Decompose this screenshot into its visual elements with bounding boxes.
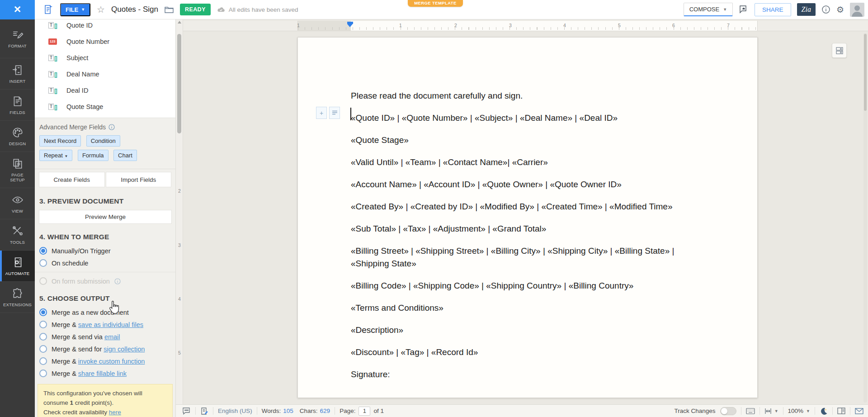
output-option-sign-collection[interactable]: Merge & send for sign collection <box>35 343 175 355</box>
rail-item-automate[interactable]: AUTOMATE <box>0 251 35 282</box>
zoom-control[interactable]: 100% ▼ <box>788 408 810 414</box>
rail-item-design[interactable]: DESIGN <box>0 121 35 152</box>
rail-item-extensions[interactable]: EXTENSIONS <box>0 282 35 313</box>
radio-icon[interactable] <box>39 259 47 267</box>
output-option-share-fillable-link[interactable]: Merge & share fillable link <box>35 367 175 379</box>
formula-button[interactable]: Formula <box>78 150 108 161</box>
language-selector[interactable]: English (US) <box>218 408 252 414</box>
rail-item-insert[interactable]: INSERT <box>0 58 35 90</box>
page-number-input[interactable] <box>359 407 370 416</box>
paragraph[interactable]: «Quote Stage» <box>351 134 705 147</box>
paragraph[interactable]: Signature: <box>351 368 705 381</box>
page-thumbnail-view-button[interactable] <box>832 43 847 58</box>
proofing-icon[interactable] <box>200 407 208 415</box>
info-icon[interactable] <box>108 124 115 130</box>
when-option-on-schedule[interactable]: On schedule <box>35 257 175 269</box>
field-item-quote-number[interactable]: 123 Quote Number <box>35 33 175 50</box>
fit-width-control[interactable]: ▼ <box>764 408 778 414</box>
preview-merge-button[interactable]: Preview Merge <box>39 210 172 224</box>
when-option-manually[interactable]: Manually/On Trigger <box>35 245 175 257</box>
horizontal-ruler[interactable]: 1 1 2 3 4 5 6 7 <box>183 21 868 31</box>
compose-button[interactable]: COMPOSE ▼ <box>684 3 733 16</box>
keyboard-icon[interactable] <box>746 408 755 414</box>
document-page[interactable]: + Please read the document carefully and… <box>297 37 758 398</box>
field-item-quote-id[interactable]: T[] Quote ID <box>35 19 175 33</box>
import-fields-button[interactable]: Import Fields <box>106 172 172 187</box>
radio-icon[interactable] <box>39 345 47 353</box>
track-changes-toggle[interactable] <box>720 407 736 415</box>
share-button[interactable]: SHARE <box>755 3 791 16</box>
indent-marker[interactable] <box>347 22 353 27</box>
comments-icon[interactable] <box>182 407 191 415</box>
save-as-individual-files-link[interactable]: save as individual files <box>78 321 143 328</box>
share-fillable-link[interactable]: share fillable link <box>78 370 127 377</box>
envelope-icon[interactable] <box>855 408 863 414</box>
document-scrollbar[interactable] <box>863 33 867 403</box>
radio-icon[interactable] <box>39 333 47 341</box>
night-mode-icon[interactable] <box>820 407 828 415</box>
field-item-deal-name[interactable]: T[] Deal Name <box>35 66 175 82</box>
field-item-subject[interactable]: T[] Subject <box>35 50 175 66</box>
close-icon[interactable]: ✕ <box>0 0 35 19</box>
radio-selected-icon[interactable] <box>39 247 47 255</box>
writer-document-icon <box>43 4 54 15</box>
word-count-value[interactable]: 105 <box>283 408 293 414</box>
output-option-send-via-email[interactable]: Merge & send via email <box>35 331 175 343</box>
paragraph[interactable]: «Sub Total» | «Tax» | «Adjustment» | «Gr… <box>351 223 705 235</box>
rail-item-view[interactable]: VIEW <box>0 188 35 219</box>
paragraph[interactable]: «Billing Code» | «Shipping Code» | «Ship… <box>351 280 705 292</box>
file-menu-button[interactable]: FILE ▼ <box>60 3 90 16</box>
paragraph[interactable]: «Billing Street» | «Shipping Street» | «… <box>351 245 705 270</box>
comment-notification-icon[interactable] <box>739 5 749 14</box>
divider <box>35 272 175 272</box>
radio-selected-icon[interactable] <box>39 308 47 316</box>
radio-icon[interactable] <box>39 321 47 328</box>
paragraph[interactable]: «Terms and Conditions» <box>351 302 705 314</box>
rail-item-tools[interactable]: TOOLS <box>0 219 35 251</box>
settings-gear-icon[interactable]: ⚙ <box>836 5 844 15</box>
output-option-invoke-custom-function[interactable]: Merge & invoke custom function <box>35 355 175 367</box>
rail-item-fields[interactable]: FIELDS <box>0 90 35 121</box>
radio-icon[interactable] <box>39 357 47 365</box>
rail-item-page-setup[interactable]: PAGE SETUP <box>0 152 35 188</box>
ruler-number: 4 <box>563 23 566 28</box>
folder-icon[interactable] <box>165 6 174 14</box>
paragraph[interactable]: «Discount» | «Tag» | «Record Id» <box>351 346 705 359</box>
scroll-up-icon[interactable] <box>178 21 181 24</box>
char-count-value[interactable]: 629 <box>320 408 330 414</box>
document-scrollbar-thumb[interactable] <box>864 34 867 111</box>
info-icon[interactable] <box>114 278 121 284</box>
document-text[interactable]: Please read the document carefully and s… <box>298 38 757 390</box>
check-credit-here-link[interactable]: here <box>109 409 121 416</box>
email-link[interactable]: email <box>104 333 120 341</box>
chart-button[interactable]: Chart <box>113 150 137 161</box>
output-option-individual-files[interactable]: Merge & save as individual files <box>35 318 175 331</box>
field-item-deal-id[interactable]: T[] Deal ID <box>35 82 175 99</box>
field-item-quote-stage[interactable]: T[] Quote Stage <box>35 99 175 115</box>
rail-item-format[interactable]: FORMAT <box>0 19 35 58</box>
info-icon[interactable] <box>821 5 830 14</box>
output-option-new-document[interactable]: Merge as a new document <box>35 306 175 318</box>
paragraph[interactable]: Please read the document carefully and s… <box>351 90 705 102</box>
paragraph[interactable]: «Quote ID» | «Quote Number» | «Subject» … <box>351 112 705 124</box>
sign-collection-link[interactable]: sign collection <box>104 346 145 353</box>
reading-view-icon[interactable] <box>837 408 845 414</box>
user-avatar[interactable] <box>850 3 864 17</box>
invoke-custom-function-link[interactable]: invoke custom function <box>78 358 145 365</box>
favorite-star-icon[interactable]: ☆ <box>97 4 105 15</box>
paragraph[interactable]: «Created By» | «Created by ID» | «Modifi… <box>351 200 705 213</box>
create-fields-button[interactable]: Create Fields <box>39 172 105 187</box>
vertical-ruler-number: 5 <box>176 350 183 355</box>
status-badge[interactable]: READY <box>180 4 211 15</box>
document-title[interactable]: Quotes - Sign <box>111 5 158 14</box>
track-changes-label: Track Changes <box>675 408 716 414</box>
panel-scrollbar-thumb[interactable] <box>177 34 181 133</box>
radio-icon[interactable] <box>39 370 47 377</box>
zia-assistant-badge[interactable]: Zia <box>797 3 816 16</box>
paragraph[interactable]: «Description» <box>351 324 705 336</box>
paragraph[interactable]: «Account Name» | «Account ID» | «Quote O… <box>351 178 705 191</box>
next-record-button[interactable]: Next Record <box>39 135 81 147</box>
paragraph[interactable]: «Valid Until» | «Team» | «Contact Name»|… <box>351 156 705 169</box>
repeat-button[interactable]: Repeat ▼ <box>39 150 72 161</box>
condition-button[interactable]: Condition <box>86 135 120 147</box>
